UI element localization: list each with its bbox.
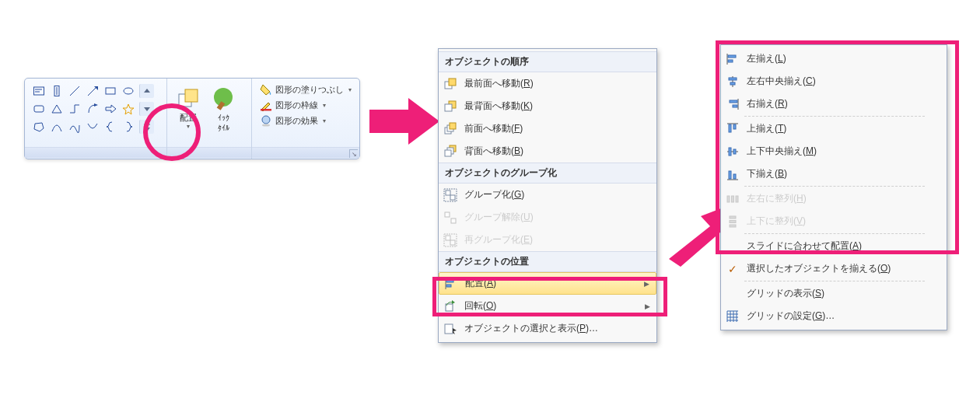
svg-marker-10 [144, 89, 150, 93]
align-center-icon [723, 72, 742, 91]
shape-roundrect[interactable] [32, 102, 46, 116]
svg-rect-63 [733, 124, 736, 129]
shape-star[interactable] [121, 102, 135, 116]
sub-align-right[interactable]: 右揃え(R) [721, 93, 947, 115]
svg-rect-49 [445, 324, 453, 334]
dist-v-label: 上下に整列(V) [747, 215, 940, 228]
grid-settings-label: グリッドの設定(G)… [747, 309, 940, 323]
ungroup-icon [441, 208, 460, 227]
svg-rect-73 [730, 216, 736, 218]
shape-fill-button[interactable]: 図形の塗りつぶし▾ [260, 83, 352, 96]
svg-marker-50 [453, 328, 457, 334]
shape-outline-button[interactable]: 図形の枠線▾ [260, 99, 352, 111]
section-position: オブジェクトの位置 [439, 251, 656, 272]
show-grid-label: グリッドの表示(S) [747, 287, 940, 300]
dist-h-icon [723, 190, 742, 208]
shape-textbox[interactable] [32, 84, 46, 98]
sub-align-left[interactable]: 左揃え(L) [721, 47, 947, 70]
menu-align[interactable]: 配置(A) ▶ [439, 272, 656, 295]
svg-rect-11 [34, 106, 44, 112]
rotate-icon [441, 297, 460, 316]
align-right-icon [723, 95, 742, 114]
effects-icon [260, 114, 272, 127]
svg-marker-7 [94, 86, 98, 90]
shape-vtext[interactable] [50, 84, 64, 98]
sub-to-slide[interactable]: スライドに合わせて配置(A) [721, 235, 947, 257]
selpane-label: オブジェクトの選択と表示(P)… [464, 322, 650, 335]
align-bottom-label: 下揃え(B) [747, 167, 940, 180]
shape-freeform[interactable] [32, 120, 46, 134]
shape-arc[interactable] [50, 120, 64, 134]
shape-ellipse[interactable] [121, 84, 135, 98]
shape-arrow[interactable] [86, 84, 100, 98]
ribbon-group-shapes [25, 79, 167, 159]
outline-label: 図形の枠線 [275, 100, 318, 111]
sub-distribute-h: 左右に整列(H) [721, 187, 947, 210]
svg-line-6 [88, 88, 96, 96]
menu-send-back[interactable]: 最背面へ移動(K) [439, 95, 656, 117]
sub-align-middle[interactable]: 上下中央揃え(M) [721, 140, 947, 163]
quick-styles-icon [211, 86, 236, 111]
svg-point-24 [262, 124, 270, 127]
gallery-more[interactable] [139, 120, 154, 134]
align-label: 配置(A) [465, 277, 639, 290]
svg-marker-14 [123, 104, 134, 114]
rotate-label: 回転(O) [464, 299, 640, 313]
backward-label: 背面へ移動(B) [464, 145, 650, 158]
shape-rightarrow[interactable] [103, 102, 117, 116]
shape-elbow[interactable] [68, 102, 82, 116]
svg-rect-43 [450, 240, 455, 245]
sub-selected-objects[interactable]: ✓ 選択したオブジェクトを揃える(O) [721, 257, 947, 280]
shape-curve1[interactable] [68, 120, 82, 134]
sub-grid-settings[interactable]: グリッドの設定(G)… [721, 305, 947, 327]
align-bottom-icon [723, 165, 742, 184]
menu-selection-pane[interactable]: オブジェクトの選択と表示(P)… [439, 317, 656, 340]
dialog-launcher[interactable]: ↘ [349, 149, 358, 158]
svg-rect-56 [729, 78, 737, 80]
menu-ungroup: グループ解除(U) [439, 206, 656, 229]
arrange-menu: オブジェクトの順序 最前面へ移動(R) 最背面へ移動(K) 前面へ移動(F) 背… [438, 48, 657, 343]
svg-rect-39 [445, 212, 450, 217]
sub-align-center[interactable]: 左右中央揃え(C) [721, 70, 947, 93]
arrange-button[interactable]: 配置 ▾ [172, 85, 205, 148]
shape-curvedarrow[interactable] [86, 102, 100, 116]
shape-brace-l[interactable] [103, 120, 117, 134]
align-middle-label: 上下中央揃え(M) [747, 145, 940, 158]
svg-rect-0 [34, 87, 44, 95]
shapes-gallery[interactable] [30, 82, 162, 138]
shape-effects-button[interactable]: 図形の効果▾ [260, 114, 352, 127]
shapestyle-group-label [252, 147, 359, 158]
svg-rect-75 [730, 225, 736, 227]
sel-obj-label: 選択したオブジェクトを揃える(O) [747, 262, 940, 275]
sub-align-bottom[interactable]: 下揃え(B) [721, 163, 947, 185]
menu-bring-front[interactable]: 最前面へ移動(R) [439, 72, 656, 95]
menu-backward[interactable]: 背面へ移動(B) [439, 140, 656, 163]
regroup-icon [441, 231, 460, 250]
menu-group[interactable]: グループ化(G) [439, 184, 656, 206]
menu-regroup: 再グループ化(E) [439, 229, 656, 251]
align-top-icon [723, 120, 742, 138]
align-right-label: 右揃え(R) [747, 97, 940, 110]
svg-rect-65 [729, 148, 731, 156]
sub-show-grid[interactable]: グリッドの表示(S) [721, 282, 947, 305]
gallery-up[interactable] [139, 84, 154, 98]
shape-rect[interactable] [103, 84, 117, 98]
shape-line[interactable] [68, 84, 82, 98]
section-order: オブジェクトの順序 [439, 51, 656, 72]
menu-rotate[interactable]: 回転(O) ▶ [439, 295, 656, 317]
svg-marker-17 [144, 128, 150, 131]
ribbon-drawing-tools: 配置 ▾ ｲｯｸﾀｲﾙ 図形の塗りつぶし▾ 図形の枠線▾ 図形の効果▾ [24, 78, 360, 159]
to-slide-label: スライドに合わせて配置(A) [747, 239, 940, 253]
shape-triangle[interactable] [50, 102, 64, 116]
shape-brace-r[interactable] [121, 120, 135, 134]
forward-icon [441, 120, 460, 138]
svg-rect-29 [445, 104, 452, 111]
quick-styles-button[interactable]: ｲｯｸﾀｲﾙ [207, 85, 240, 148]
regroup-label: 再グループ化(E) [464, 233, 650, 246]
menu-forward[interactable]: 前面へ移動(F) [439, 117, 656, 140]
gallery-down[interactable] [139, 102, 154, 116]
shape-curve2[interactable] [86, 120, 100, 134]
sub-align-top[interactable]: 上揃え(T) [721, 117, 947, 140]
align-icon [442, 274, 460, 293]
rotate-submenu-indicator: ▶ [645, 302, 650, 310]
